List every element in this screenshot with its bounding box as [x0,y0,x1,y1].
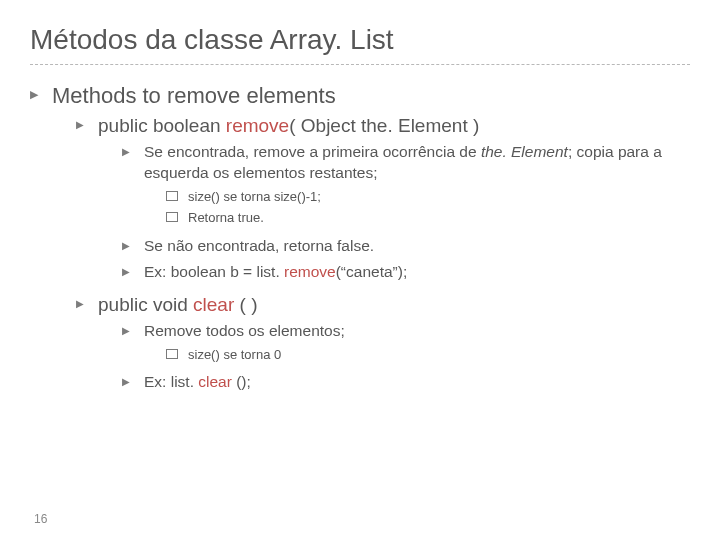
page-title: Métodos da classe Array. List [30,24,690,56]
desc-found: Se encontrada, remove a primeira ocorrên… [144,142,690,231]
arrow-icon: ▶ [76,294,88,311]
box-icon [166,212,178,222]
example: Ex: boolean b = list. remove(“caneta”); [144,262,407,283]
example: Ex: list. clear (); [144,372,251,393]
desc: Remove todos os elementos; size() se tor… [144,321,690,367]
box-icon [166,349,178,359]
l1-text: Methods to remove elements [52,83,690,109]
arrow-icon: ▶ [122,321,134,338]
list-item: ▶ Methods to remove elements ▶ public bo… [30,83,690,404]
arrow-icon: ▶ [122,372,134,389]
list-item: ▶ Se encontrada, remove a primeira ocorr… [122,142,690,231]
page-number: 16 [34,512,47,526]
slide: Métodos da classe Array. List ▶ Methods … [0,0,720,540]
arrow-icon: ▶ [122,262,134,279]
list-item: ▶ public boolean remove( Object the. Ele… [76,115,690,288]
arrow-icon: ▶ [122,142,134,159]
arrow-icon: ▶ [122,236,134,253]
title-divider [30,64,690,65]
method-signature: public void clear ( ) [98,294,690,316]
content-list: ▶ Methods to remove elements ▶ public bo… [30,83,690,404]
method-signature: public boolean remove( Object the. Eleme… [98,115,690,137]
desc-notfound: Se não encontrada, retorna false. [144,236,374,257]
list-item: Retorna true. [166,209,690,227]
list-item: ▶ Se não encontrada, retorna false. [122,236,690,257]
box-icon [166,191,178,201]
list-item: ▶ Ex: list. clear (); [122,372,690,393]
list-item: size() se torna 0 [166,346,690,364]
list-item: ▶ Remove todos os elementos; [122,321,690,367]
list-item: ▶ public void clear ( ) ▶ [76,294,690,398]
list-item: size() se torna size()-1; [166,188,690,206]
arrow-icon: ▶ [76,115,88,132]
list-item: ▶ Ex: boolean b = list. remove(“caneta”)… [122,262,690,283]
arrow-icon: ▶ [30,83,42,102]
